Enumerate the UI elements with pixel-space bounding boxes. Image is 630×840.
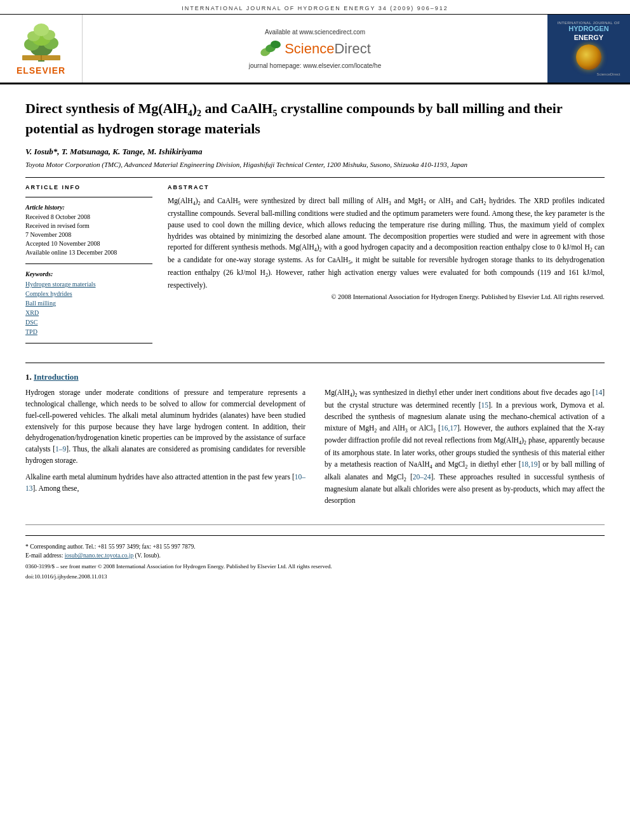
issn-line: 0360-3199/$ – see front matter © 2008 In…: [25, 563, 605, 571]
footer-section: * Corresponding author. Tel.: +81 55 997…: [25, 524, 605, 582]
info-divider-bot: [25, 343, 152, 343]
journal-header: ELSEVIER Available at www.sciencedirect.…: [0, 15, 630, 84]
section-number: 1.: [25, 372, 32, 382]
revised-date: 7 November 2008: [25, 230, 152, 239]
journal-citation: INTERNATIONAL JOURNAL OF HYDROGEN ENERGY…: [182, 5, 448, 11]
keyword-1[interactable]: Hydrogen storage materials: [25, 279, 152, 289]
elsevier-label: ELSEVIER: [17, 65, 65, 76]
article-content: Direct synthesis of Mg(AlH4)2 and CaAlH5…: [0, 84, 630, 592]
email-line: E-mail address: iosub@nano.tec.toyota.co…: [25, 551, 605, 560]
intro-para-2: Alkaline earth metal aluminum hydrides h…: [25, 472, 305, 495]
ref-15[interactable]: 15: [481, 401, 489, 409]
info-divider-top: [25, 197, 152, 197]
ref-1-9[interactable]: 1–9: [55, 445, 66, 453]
abstract-label: ABSTRACT: [168, 184, 605, 190]
header-center: Available at www.sciencedirect.com Scien…: [83, 15, 547, 83]
sciencedirect-text: ScienceDirect: [285, 41, 371, 57]
authors-text: V. Iosub*, T. Matsunaga, K. Tange, M. Is…: [25, 147, 202, 156]
keyword-2[interactable]: Complex hydrides: [25, 289, 152, 298]
affiliation: Toyota Motor Corporation (TMC), Advanced…: [25, 161, 605, 168]
introduction-section: 1. Introduction Hydrogen storage under m…: [25, 363, 605, 512]
info-divider-mid: [25, 263, 152, 264]
intro-para-right-1: Mg(AlH4)2 was synthesized in diethyl eth…: [325, 387, 605, 507]
keyword-6[interactable]: TPD: [25, 327, 152, 337]
info-abstract-columns: ARTICLE INFO Article history: Received 8…: [25, 184, 605, 350]
ref-16-17[interactable]: 16,17: [441, 424, 457, 432]
issn-text: 0360-3199/$ – see front matter © 2008 In…: [25, 563, 332, 570]
section-header: 1. Introduction: [25, 372, 605, 382]
intro-columns: Hydrogen storage under moderate conditio…: [25, 387, 605, 512]
journal-top-bar: INTERNATIONAL JOURNAL OF HYDROGEN ENERGY…: [0, 0, 630, 15]
doi-line: doi:10.1016/j.ijhydene.2008.11.013: [25, 573, 605, 582]
copyright: © 2008 International Association for Hyd…: [168, 293, 605, 300]
elsevier-tree-icon: [16, 22, 67, 63]
available-online: Available online 13 December 2008: [25, 248, 152, 257]
ref-20-24[interactable]: 20–24: [413, 473, 431, 481]
divider-authors: [25, 177, 605, 178]
section-heading: Introduction: [34, 372, 79, 382]
article-history: Article history: Received 8 October 2008…: [25, 204, 152, 257]
elsevier-logo: ELSEVIER: [0, 15, 83, 83]
svg-point-7: [34, 23, 49, 36]
sciencedirect-logo: ScienceDirect: [259, 39, 371, 58]
authors: V. Iosub*, T. Matsunaga, K. Tange, M. Is…: [25, 147, 605, 157]
abstract-text: Mg(AlH4)2 and CaAlH5 were synthesized by…: [168, 196, 605, 291]
email-link[interactable]: iosub@nano.tec.toyota.co.jp: [65, 552, 133, 559]
intro-right-col: Mg(AlH4)2 was synthesized in diethyl eth…: [325, 387, 605, 512]
article-info-label: ARTICLE INFO: [25, 184, 152, 190]
keyword-5[interactable]: DSC: [25, 317, 152, 327]
intro-para-1: Hydrogen storage under moderate conditio…: [25, 387, 305, 467]
corresponding-author: * Corresponding author. Tel.: +81 55 997…: [25, 542, 605, 551]
keyword-3[interactable]: Ball milling: [25, 298, 152, 308]
hydrogen-energy-logo: INTERNATIONAL JOURNAL OF HYDROGEN ENERGY…: [547, 15, 630, 83]
email-label: E-mail address:: [25, 552, 63, 559]
sciencedirect-icon: [259, 39, 282, 58]
article-info-column: ARTICLE INFO Article history: Received 8…: [25, 184, 152, 350]
history-title: Article history:: [25, 204, 152, 211]
doi-text: doi:10.1016/j.ijhydene.2008.11.013: [25, 573, 107, 580]
received-revised-label: Received in revised form: [25, 222, 152, 230]
keywords-section: Keywords: Hydrogen storage materials Com…: [25, 270, 152, 337]
page-wrapper: INTERNATIONAL JOURNAL OF HYDROGEN ENERGY…: [0, 0, 630, 840]
accepted-date: Accepted 10 November 2008: [25, 239, 152, 248]
ref-14[interactable]: 14: [595, 389, 603, 396]
keywords-title: Keywords:: [25, 270, 152, 277]
email-suffix: (V. Iosub).: [135, 552, 161, 559]
corresponding-author-text: * Corresponding author. Tel.: +81 55 997…: [25, 543, 196, 550]
received-date: Received 8 October 2008: [25, 213, 152, 222]
abstract-column: ABSTRACT Mg(AlH4)2 and CaAlH5 were synth…: [168, 184, 605, 350]
ref-10-13[interactable]: 10–13: [25, 473, 305, 492]
footer-divider: [25, 535, 605, 536]
keyword-4[interactable]: XRD: [25, 308, 152, 317]
intro-left-col: Hydrogen storage under moderate conditio…: [25, 387, 305, 512]
hydrogen-energy-logo-text: INTERNATIONAL JOURNAL OF HYDROGEN ENERGY…: [558, 21, 620, 76]
article-title: Direct synthesis of Mg(AlH4)2 and CaAlH5…: [25, 100, 605, 138]
journal-homepage: journal homepage: www.elsevier.com/locat…: [249, 62, 381, 69]
ref-18-19[interactable]: 18,19: [521, 460, 538, 468]
available-text: Available at www.sciencedirect.com: [265, 29, 365, 36]
